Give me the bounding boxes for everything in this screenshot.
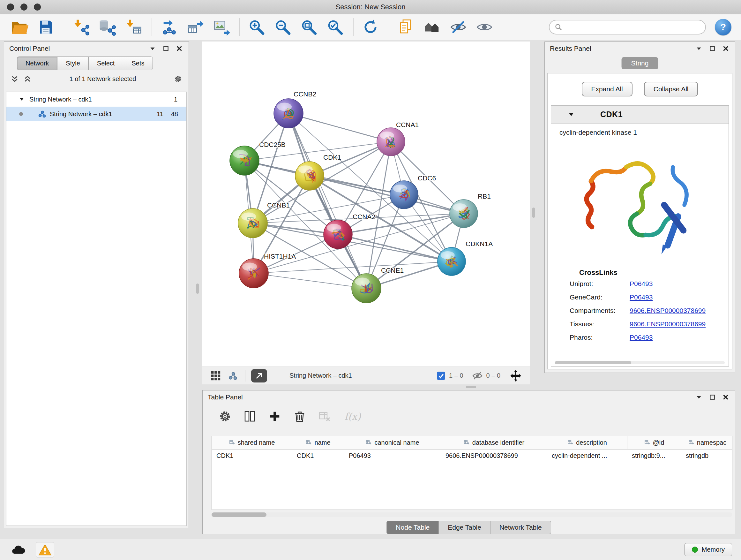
zoom-in-button[interactable] <box>247 17 266 37</box>
minimize-window-button[interactable] <box>20 3 27 10</box>
close-window-button[interactable] <box>7 3 14 10</box>
delete-table-button[interactable] <box>318 409 332 423</box>
tab-string[interactable]: String <box>622 57 658 69</box>
tab-node-table[interactable]: Node Table <box>387 521 439 534</box>
hide-selected-button[interactable] <box>448 17 468 37</box>
table-row[interactable]: CDK1 CDK1 P06493 9606.ENSP00000378699 cy… <box>212 449 732 463</box>
import-network-from-file-button[interactable] <box>71 17 91 37</box>
close-panel-button[interactable] <box>722 393 730 401</box>
crosslink-compartments[interactable]: 9606.ENSP00000378699 <box>630 307 705 314</box>
network-edge[interactable] <box>254 273 366 288</box>
import-network-from-database-button[interactable] <box>97 17 117 37</box>
network-edge[interactable] <box>254 213 464 273</box>
column-header-shared-name[interactable]: shared name <box>212 436 292 449</box>
network-node-cdk1[interactable]: CDK1 <box>295 153 341 190</box>
network-options-button[interactable] <box>174 75 182 83</box>
network-edge[interactable] <box>288 113 366 288</box>
window-title: Session: New Session <box>0 0 741 14</box>
grid-view-button[interactable] <box>209 369 222 382</box>
maximize-panel-button[interactable] <box>162 44 170 53</box>
maximize-panel-button[interactable] <box>708 393 717 401</box>
scrollbar-thumb[interactable] <box>555 361 631 364</box>
crosslink-genecard[interactable]: P06493 <box>630 294 653 301</box>
network-node-rb1[interactable]: RB1 <box>450 192 491 228</box>
new-network-button[interactable] <box>159 17 179 37</box>
search-input[interactable] <box>565 23 700 31</box>
help-button[interactable]: ? <box>715 19 731 36</box>
network-node-cdc6[interactable]: CDC6 <box>390 174 436 209</box>
column-header-id[interactable]: @id <box>627 436 681 449</box>
results-horizontal-scrollbar[interactable] <box>555 361 725 364</box>
network-edge[interactable] <box>245 161 404 195</box>
string-home-button[interactable] <box>422 17 442 37</box>
tab-style[interactable]: Style <box>57 57 88 70</box>
pan-tool-button[interactable] <box>509 369 523 383</box>
float-panel-button[interactable] <box>695 393 703 401</box>
network-graph[interactable]: CCNB2CCNA1CDC25BCDK1CDC6RB1CCNB1CCNA2CDK… <box>202 42 530 367</box>
zoom-to-selected-button[interactable] <box>325 17 345 37</box>
sort-column-icon <box>688 440 694 446</box>
function-builder-button[interactable]: f(x) <box>342 409 363 423</box>
selected-nodes-checkbox[interactable] <box>437 372 445 380</box>
network-edge[interactable] <box>338 234 452 261</box>
warnings-button[interactable] <box>36 542 54 557</box>
collapse-all-networks-button[interactable] <box>10 75 19 83</box>
tab-network-table[interactable]: Network Table <box>490 521 551 534</box>
close-panel-button[interactable] <box>175 44 184 53</box>
network-node-ccne1[interactable]: CCNE1 <box>352 266 404 303</box>
tab-sets[interactable]: Sets <box>123 57 153 70</box>
network-node-hist1h1a[interactable]: HIST1H1A <box>239 253 296 288</box>
column-header-canonical-name[interactable]: canonical name <box>344 436 441 449</box>
scrollbar-thumb[interactable] <box>212 512 266 517</box>
expand-all-networks-button[interactable] <box>23 75 31 83</box>
add-column-button[interactable] <box>268 409 282 423</box>
export-to-pdf-button[interactable] <box>396 17 416 37</box>
maximize-panel-button[interactable] <box>708 44 717 53</box>
birds-eye-view-button[interactable] <box>251 369 267 382</box>
column-header-database-identifier[interactable]: database identifier <box>441 436 547 449</box>
network-node-ccnb2[interactable]: CCNB2 <box>274 90 316 128</box>
tab-select[interactable]: Select <box>88 57 123 70</box>
crosslink-tissues[interactable]: 9606.ENSP00000378699 <box>630 320 705 328</box>
bottom-splitter-handle[interactable] <box>466 386 476 388</box>
network-node-ccna1[interactable]: CCNA1 <box>377 121 419 156</box>
network-view[interactable]: CCNB2CCNA1CDC25BCDK1CDC6RB1CCNB1CCNA2CDK… <box>202 42 530 367</box>
save-session-button[interactable] <box>36 17 56 37</box>
column-header-description[interactable]: description <box>547 436 627 449</box>
network-view-mode-button[interactable] <box>226 369 239 382</box>
crosslink-pharos[interactable]: P06493 <box>630 334 653 341</box>
right-splitter-handle[interactable] <box>532 207 535 218</box>
left-splitter-handle[interactable] <box>196 284 199 294</box>
collapse-all-button[interactable]: Collapse All <box>644 82 698 97</box>
delete-column-button[interactable] <box>293 409 307 423</box>
close-panel-button[interactable] <box>722 44 730 53</box>
show-columns-button[interactable] <box>243 409 257 423</box>
crosslink-uniprot[interactable]: P06493 <box>630 280 653 288</box>
zoom-to-fit-button[interactable] <box>299 17 319 37</box>
open-session-button[interactable] <box>10 17 29 37</box>
table-options-button[interactable] <box>218 409 232 423</box>
export-image-button[interactable] <box>211 17 231 37</box>
network-row[interactable]: String Network – cdk1 11 48 <box>6 107 186 121</box>
tab-network[interactable]: Network <box>17 57 57 70</box>
import-table-from-file-button[interactable] <box>124 17 143 37</box>
network-node-ccnb1[interactable]: CCNB1 <box>238 201 290 238</box>
expand-all-button[interactable]: Expand All <box>582 82 632 97</box>
float-panel-button[interactable] <box>695 44 703 53</box>
gene-section-toggle[interactable]: CDK1 <box>551 106 729 124</box>
cloud-status-button[interactable] <box>9 542 27 557</box>
show-all-button[interactable] <box>475 17 494 37</box>
network-glyph-icon <box>38 110 47 118</box>
float-panel-button[interactable] <box>148 44 157 53</box>
network-collection-row[interactable]: String Network – cdk1 1 <box>6 92 186 107</box>
tab-edge-table[interactable]: Edge Table <box>439 521 490 534</box>
table-horizontal-scrollbar[interactable] <box>212 512 732 517</box>
column-header-namespace[interactable]: namespac <box>681 436 732 449</box>
maximize-window-button[interactable] <box>34 3 41 10</box>
new-table-button[interactable] <box>185 17 205 37</box>
zoom-out-button[interactable] <box>273 17 293 37</box>
memory-button[interactable]: Memory <box>684 543 732 556</box>
column-header-name[interactable]: name <box>292 436 344 449</box>
apply-preferred-layout-button[interactable] <box>360 17 381 37</box>
network-node-cdkn1a[interactable]: CDKN1A <box>437 240 493 275</box>
